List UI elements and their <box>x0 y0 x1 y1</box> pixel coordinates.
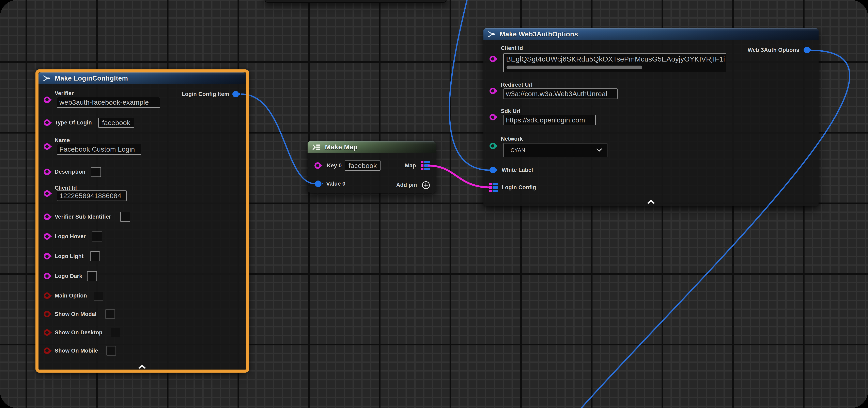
redirect-url-input[interactable] <box>503 89 618 99</box>
pin-label-value-0: Value 0 <box>326 180 345 188</box>
node-make-map[interactable]: Make Map Key 0 Map <box>308 141 436 193</box>
make-struct-icon <box>488 31 496 38</box>
graph-canvas[interactable]: Make LoginConfigItem Verifier Type Of Lo… <box>0 0 868 408</box>
pin-map-output[interactable] <box>421 161 430 170</box>
chevron-down-icon <box>596 148 602 152</box>
client-id-input[interactable]: BEglQSgt4cUWcj6SKRdu5QkOXTsePmMcusG5EAoy… <box>503 54 726 72</box>
pin-label-web3auth-options-output: Web 3Auth Options <box>748 46 799 54</box>
node-header[interactable]: Make Map <box>308 141 436 153</box>
make-map-icon <box>312 143 321 151</box>
node-title: Make Web3AuthOptions <box>500 30 578 38</box>
key-0-input[interactable] <box>345 161 380 171</box>
sdk-url-input[interactable] <box>503 115 596 125</box>
pin-sdk-url[interactable] <box>490 113 498 121</box>
pin-white-label[interactable] <box>490 166 498 174</box>
pin-label-redirect-url: Redirect Url <box>501 82 533 88</box>
pin-label-map-output: Map <box>405 162 416 169</box>
pin-label-white-label: White Label <box>502 166 533 174</box>
network-dropdown-value: CYAN <box>510 147 596 154</box>
node-header[interactable]: Make Web3AuthOptions <box>484 28 818 40</box>
add-pin-button[interactable] <box>422 181 430 190</box>
selection-border <box>35 69 249 373</box>
pin-login-config[interactable] <box>489 182 498 192</box>
network-dropdown[interactable]: CYAN <box>503 143 608 157</box>
node-title: Make Map <box>325 143 358 151</box>
pin-redirect-url[interactable] <box>490 87 498 95</box>
pin-label-key-0: Key 0 <box>327 162 342 169</box>
pin-client-id[interactable] <box>490 55 498 63</box>
pin-network[interactable] <box>490 142 498 149</box>
wire-map-to-login-config <box>428 166 490 188</box>
pin-key-0[interactable] <box>314 162 323 169</box>
wire-login-config-item-to-value0 <box>241 94 315 184</box>
client-id-text: BEglQSgt4cUWcj6SKRdu5QkOXTsePmMcusG5EAoy… <box>506 55 726 63</box>
collapse-node-button[interactable] <box>647 199 655 204</box>
client-id-scrollbar[interactable] <box>506 66 642 69</box>
pin-label-network: Network <box>501 136 523 142</box>
pin-label-login-config: Login Config <box>502 184 536 191</box>
node-make-web3auth-options[interactable]: Make Web3AuthOptions Client Id BEglQSgt4… <box>484 28 818 206</box>
add-pin-label: Add pin <box>396 181 417 189</box>
pin-label-client-id: Client Id <box>501 45 523 52</box>
offscreen-node-partial[interactable] <box>265 0 446 3</box>
blueprint-editor: Make LoginConfigItem Verifier Type Of Lo… <box>0 0 868 408</box>
pin-label-sdk-url: Sdk Url <box>501 108 521 114</box>
pin-web3auth-options-output[interactable] <box>804 46 812 54</box>
pin-value-0[interactable] <box>315 180 324 188</box>
